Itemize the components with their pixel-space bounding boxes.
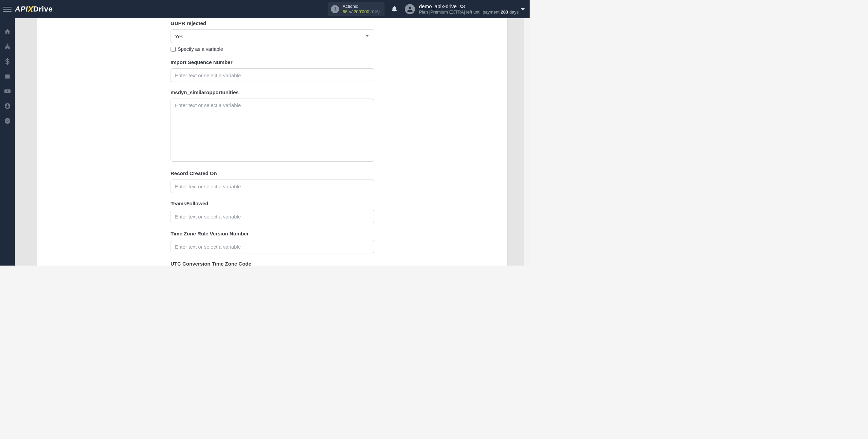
user-name: demo_apix-drive_s3: [419, 3, 521, 10]
field-label: TeamsFollowed: [171, 201, 374, 206]
dollar-icon[interactable]: [4, 58, 11, 65]
scrollbar[interactable]: [524, 18, 530, 266]
field-label: Import Sequence Number: [171, 59, 374, 65]
field-label: msdyn_similaropportunities: [171, 89, 374, 95]
actions-used: 66: [342, 9, 347, 14]
form: GDPR rejected Yes Specify as a variable …: [171, 18, 374, 266]
actions-of: of: [349, 9, 353, 14]
avatar[interactable]: [405, 4, 415, 14]
logo-part-api: API: [15, 5, 28, 14]
chevron-down-icon: [366, 35, 370, 38]
field-gdpr: GDPR rejected Yes Specify as a variable: [171, 20, 374, 52]
home-icon[interactable]: [4, 28, 11, 35]
gdpr-variable-label: Specify as a variable: [178, 46, 223, 52]
similar-textarea[interactable]: [171, 99, 374, 162]
field-tz-rule: Time Zone Rule Version Number: [171, 231, 374, 253]
info-icon: i: [331, 5, 339, 13]
user-block[interactable]: demo_apix-drive_s3 Plan |Premium EXTRA| …: [419, 3, 521, 15]
actions-counter[interactable]: i Actions: 66 of 200'000 (0%): [328, 2, 384, 16]
logo[interactable]: API X Drive: [15, 4, 53, 15]
field-import-seq: Import Sequence Number: [171, 59, 374, 82]
sitemap-icon[interactable]: [4, 43, 11, 50]
logo-part-drive: Drive: [33, 5, 53, 14]
content-area: GDPR rejected Yes Specify as a variable …: [15, 18, 530, 266]
briefcase-icon[interactable]: [4, 72, 11, 80]
notifications-icon[interactable]: [391, 5, 398, 13]
sidebar: ?: [0, 18, 15, 266]
gdpr-select-value: Yes: [175, 34, 183, 39]
topbar: API X Drive i Actions: 66 of 200'000 (0%…: [0, 0, 530, 18]
record-created-input[interactable]: [171, 180, 374, 193]
gdpr-variable-checkbox[interactable]: [171, 47, 176, 52]
logo-part-x: X: [27, 4, 34, 15]
actions-pct: (0%): [371, 9, 380, 14]
field-label: UTC Conversion Time Zone Code: [171, 261, 374, 266]
field-teams: TeamsFollowed: [171, 201, 374, 223]
teams-input[interactable]: [171, 210, 374, 223]
user-icon[interactable]: [4, 102, 11, 110]
field-label: Record Created On: [171, 170, 374, 176]
menu-toggle-button[interactable]: [3, 5, 12, 14]
field-label: GDPR rejected: [171, 20, 374, 26]
tz-rule-input[interactable]: [171, 240, 374, 253]
field-utc: UTC Conversion Time Zone Code: [171, 261, 374, 266]
user-plan: Plan |Premium EXTRA| left until payment …: [419, 9, 521, 15]
field-label: Time Zone Rule Version Number: [171, 231, 374, 236]
gdpr-variable-checkbox-row[interactable]: Specify as a variable: [171, 46, 374, 52]
import-seq-input[interactable]: [171, 68, 374, 82]
chevron-down-icon[interactable]: [521, 8, 525, 11]
actions-limit: 200'000: [354, 9, 369, 14]
field-record-created: Record Created On: [171, 170, 374, 193]
actions-label: Actions:: [342, 4, 380, 9]
svg-text:?: ?: [6, 119, 8, 123]
field-similar: msdyn_similaropportunities: [171, 89, 374, 163]
youtube-icon[interactable]: [4, 87, 11, 95]
help-icon[interactable]: ?: [4, 117, 11, 125]
gdpr-select[interactable]: Yes: [171, 29, 374, 43]
